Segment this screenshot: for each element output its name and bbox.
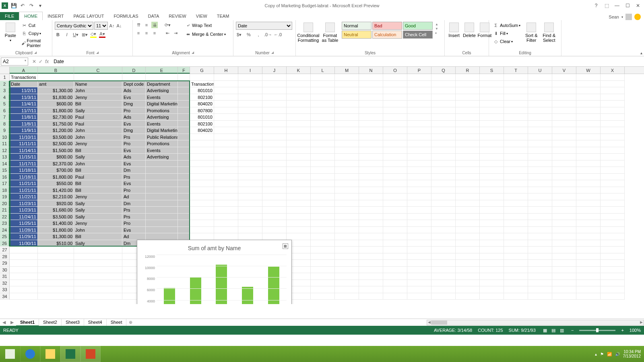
cell[interactable] bbox=[383, 134, 407, 141]
cell[interactable] bbox=[456, 193, 480, 200]
cell[interactable]: Ads bbox=[122, 114, 146, 121]
cell[interactable] bbox=[504, 280, 528, 287]
cell[interactable] bbox=[601, 180, 625, 187]
cell[interactable] bbox=[287, 121, 311, 128]
view-normal-icon[interactable]: ▦ bbox=[541, 328, 549, 333]
cell[interactable] bbox=[528, 220, 552, 227]
underline-icon[interactable]: U▾ bbox=[72, 31, 79, 38]
row-header[interactable]: 5 bbox=[0, 101, 10, 107]
cell[interactable] bbox=[10, 293, 38, 300]
cell[interactable] bbox=[431, 81, 456, 88]
cell[interactable] bbox=[552, 87, 576, 94]
cell[interactable] bbox=[146, 167, 178, 174]
cell[interactable] bbox=[480, 193, 504, 200]
cell[interactable] bbox=[528, 227, 552, 234]
cell[interactable]: Transaction code bbox=[190, 81, 214, 88]
cell[interactable] bbox=[214, 134, 238, 141]
cell[interactable] bbox=[214, 107, 238, 114]
cell[interactable] bbox=[335, 101, 359, 107]
cell[interactable] bbox=[359, 267, 383, 274]
cell[interactable] bbox=[480, 220, 504, 227]
cell[interactable] bbox=[552, 220, 576, 227]
cell[interactable] bbox=[122, 74, 146, 81]
cell[interactable] bbox=[335, 127, 359, 134]
row-header[interactable]: 21 bbox=[0, 207, 10, 214]
cell[interactable] bbox=[335, 180, 359, 187]
cell[interactable] bbox=[576, 267, 601, 274]
cell[interactable] bbox=[311, 174, 335, 181]
cell[interactable] bbox=[576, 174, 601, 181]
cell[interactable] bbox=[262, 227, 287, 234]
cell[interactable] bbox=[383, 253, 407, 260]
cell[interactable] bbox=[190, 207, 214, 214]
cell[interactable] bbox=[528, 233, 552, 240]
cell[interactable] bbox=[601, 107, 625, 114]
cell[interactable]: 802100 bbox=[190, 94, 214, 101]
cell[interactable] bbox=[146, 74, 178, 81]
cell[interactable] bbox=[311, 214, 335, 220]
cell[interactable]: Date bbox=[10, 81, 38, 88]
cell[interactable] bbox=[576, 280, 601, 287]
cell[interactable]: $2,500.00 bbox=[38, 140, 74, 147]
cell[interactable]: 11/2/11 bbox=[10, 87, 38, 94]
cell[interactable]: 11/30/11 bbox=[10, 240, 38, 247]
cell[interactable] bbox=[214, 147, 238, 154]
cell[interactable] bbox=[552, 114, 576, 121]
cell[interactable]: Dm bbox=[122, 167, 146, 174]
cell[interactable] bbox=[504, 247, 528, 253]
cell[interactable] bbox=[38, 280, 74, 287]
cell[interactable] bbox=[359, 107, 383, 114]
cell[interactable] bbox=[431, 200, 456, 207]
cell[interactable] bbox=[238, 160, 262, 167]
cell[interactable] bbox=[214, 127, 238, 134]
cell[interactable] bbox=[214, 87, 238, 94]
cell[interactable] bbox=[480, 94, 504, 101]
fill-color-icon[interactable]: ◇▾ bbox=[90, 31, 97, 38]
cell[interactable] bbox=[383, 87, 407, 94]
cell[interactable] bbox=[214, 233, 238, 240]
cell[interactable] bbox=[601, 160, 625, 167]
cell[interactable] bbox=[383, 81, 407, 88]
cell[interactable] bbox=[552, 187, 576, 194]
cell[interactable] bbox=[311, 81, 335, 88]
cell[interactable] bbox=[335, 293, 359, 300]
cell[interactable] bbox=[431, 121, 456, 128]
row-header[interactable]: 4 bbox=[0, 94, 10, 101]
cell[interactable] bbox=[431, 247, 456, 253]
cell[interactable] bbox=[601, 247, 625, 253]
cell[interactable] bbox=[480, 247, 504, 253]
new-sheet-icon[interactable]: ⊕ bbox=[126, 320, 135, 325]
cell[interactable] bbox=[335, 107, 359, 114]
cell[interactable] bbox=[552, 207, 576, 214]
cell[interactable] bbox=[190, 187, 214, 194]
cell[interactable] bbox=[431, 154, 456, 160]
cell[interactable] bbox=[335, 121, 359, 128]
cell[interactable]: Dmg bbox=[122, 101, 146, 107]
cell[interactable] bbox=[601, 154, 625, 160]
cell[interactable] bbox=[214, 180, 238, 187]
cell[interactable] bbox=[311, 286, 335, 293]
cell[interactable] bbox=[38, 293, 74, 300]
cell[interactable] bbox=[287, 101, 311, 107]
cell[interactable]: 11/23/11 bbox=[10, 200, 38, 207]
cancel-formula-icon[interactable]: ✕ bbox=[32, 59, 36, 64]
cell[interactable] bbox=[74, 247, 122, 253]
cell[interactable] bbox=[552, 107, 576, 114]
cell[interactable] bbox=[359, 180, 383, 187]
cell[interactable]: John bbox=[74, 160, 122, 167]
cell[interactable] bbox=[214, 94, 238, 101]
row-header[interactable]: 29 bbox=[0, 260, 10, 267]
cell[interactable] bbox=[262, 220, 287, 227]
cell[interactable] bbox=[178, 101, 190, 107]
row-header[interactable]: 34 bbox=[0, 293, 10, 300]
qat-dropdown-icon[interactable]: ▾ bbox=[37, 2, 43, 9]
cell[interactable] bbox=[383, 127, 407, 134]
number-format-select[interactable]: Date bbox=[236, 22, 292, 30]
row-header[interactable]: 9 bbox=[0, 127, 10, 134]
cell[interactable] bbox=[456, 260, 480, 267]
cell[interactable] bbox=[359, 160, 383, 167]
cell[interactable] bbox=[287, 81, 311, 88]
cell[interactable] bbox=[528, 134, 552, 141]
cell[interactable]: 11/28/11 bbox=[10, 227, 38, 234]
cell[interactable] bbox=[528, 207, 552, 214]
